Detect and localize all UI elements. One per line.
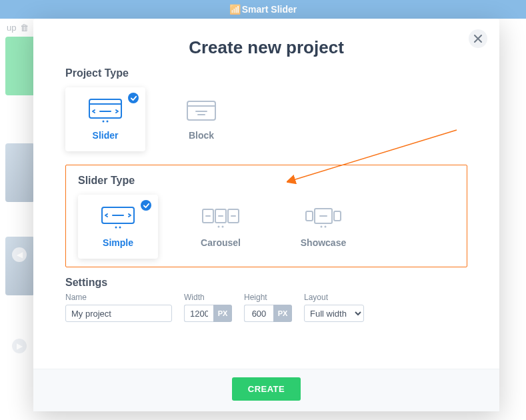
layout-select[interactable]: Full width	[304, 305, 364, 322]
check-icon	[128, 93, 139, 103]
svg-rect-22	[334, 211, 341, 221]
project-type-heading: Project Type	[65, 67, 467, 79]
simple-slider-icon	[99, 205, 137, 231]
svg-point-12	[119, 227, 121, 229]
layout-label: Layout	[304, 293, 364, 302]
close-button[interactable]	[469, 29, 487, 48]
showcase-icon	[305, 205, 342, 231]
card-label: Carousel	[201, 237, 241, 248]
svg-point-19	[218, 226, 220, 228]
svg-rect-0	[89, 99, 121, 118]
name-label: Name	[65, 293, 172, 302]
settings-heading: Settings	[65, 277, 467, 289]
name-input[interactable]	[65, 305, 172, 322]
create-project-modal: Create new project Project Type	[33, 19, 499, 411]
svg-point-11	[115, 227, 117, 229]
card-label: Slider	[93, 130, 119, 141]
block-icon	[183, 98, 220, 123]
slider-type-showcase[interactable]: Showcase	[283, 195, 363, 259]
slider-type-highlight-box: Slider Type Simp	[65, 165, 467, 267]
card-label: Simple	[103, 237, 133, 248]
create-button[interactable]: CREATE	[232, 377, 301, 401]
carousel-icon	[202, 205, 239, 231]
slider-type-carousel[interactable]: Carousel	[181, 195, 261, 259]
width-input[interactable]	[184, 305, 213, 322]
svg-rect-21	[306, 211, 313, 221]
svg-point-25	[321, 226, 323, 228]
height-input[interactable]	[244, 305, 273, 322]
card-label: Showcase	[301, 237, 346, 248]
close-icon	[474, 35, 482, 43]
modal-title: Create new project	[65, 37, 467, 58]
width-unit: PX	[213, 305, 232, 322]
settings-section: Settings Name Width PX Height	[65, 277, 467, 322]
svg-point-20	[222, 226, 224, 228]
svg-point-3	[103, 121, 105, 123]
slider-type-heading: Slider Type	[78, 175, 455, 187]
width-label: Width	[184, 293, 232, 302]
slider-type-simple[interactable]: Simple	[78, 195, 158, 259]
svg-point-4	[107, 121, 109, 123]
modal-footer: CREATE	[33, 369, 499, 411]
card-label: Block	[189, 130, 214, 141]
slider-icon	[87, 98, 124, 123]
height-unit: PX	[273, 305, 292, 322]
project-type-cards: Slider Block	[65, 87, 467, 151]
check-icon	[141, 200, 151, 211]
height-label: Height	[244, 293, 292, 302]
svg-point-26	[325, 226, 327, 228]
project-type-slider[interactable]: Slider	[65, 87, 145, 151]
project-type-block[interactable]: Block	[161, 87, 241, 151]
